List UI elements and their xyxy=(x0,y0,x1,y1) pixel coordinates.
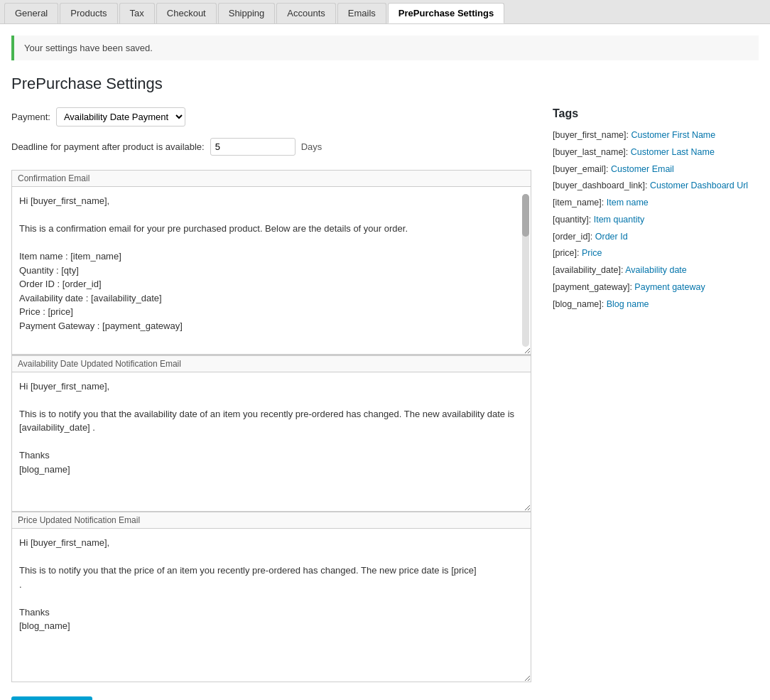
scrollbar-track xyxy=(522,194,529,347)
availability-email-section: Availability Date Updated Notification E… xyxy=(11,355,531,512)
tag-row: [buyer_email]: Customer Email xyxy=(553,163,759,176)
tag-value: Customer Last Name xyxy=(631,147,715,157)
tag-value: Customer Dashboard Url xyxy=(650,181,748,190)
tag-row: [blog_name]: Blog name xyxy=(553,298,759,311)
confirmation-email-section: Confirmation Email Hi [buyer_first_name]… xyxy=(11,170,531,355)
tag-row: [availability_date]: Availability date xyxy=(553,264,759,277)
tag-value: Availability date xyxy=(625,265,687,275)
deadline-row: Deadline for payment after product is av… xyxy=(11,138,531,156)
price-email-textarea[interactable]: Hi [buyer_first_name], This is to notify… xyxy=(12,529,531,682)
deadline-input[interactable] xyxy=(210,138,295,156)
tag-key: [availability_date]: xyxy=(553,265,625,275)
confirmation-email-wrap: Hi [buyer_first_name], This is a confirm… xyxy=(12,187,531,355)
payment-label: Payment: xyxy=(11,112,50,122)
tag-value: Blog name xyxy=(607,299,649,309)
scrollbar-thumb xyxy=(522,194,529,237)
days-label: Days xyxy=(301,141,322,152)
save-button[interactable]: Save changes xyxy=(11,696,92,700)
page-content: Your settings have been saved. PrePurcha… xyxy=(0,24,770,700)
tag-row: [buyer_dashboard_link]: Customer Dashboa… xyxy=(553,179,759,193)
tag-row: [buyer_first_name]: Customer First Name xyxy=(553,129,759,142)
tab-prepurchase-settings[interactable]: PrePurchase Settings xyxy=(388,3,504,23)
tag-key: [buyer_last_name]: xyxy=(553,147,631,157)
deadline-label: Deadline for payment after product is av… xyxy=(11,141,205,152)
tab-products[interactable]: Products xyxy=(60,3,117,23)
payment-row: Payment: Availability Date Payment xyxy=(11,107,531,126)
tag-value: Price xyxy=(582,248,602,258)
availability-email-label: Availability Date Updated Notification E… xyxy=(12,356,531,372)
tab-checkout[interactable]: Checkout xyxy=(156,3,217,23)
tag-key: [blog_name]: xyxy=(553,299,607,309)
tag-value: Order Id xyxy=(595,232,628,242)
tag-key: [quantity]: xyxy=(553,215,594,225)
tag-key: [order_id]: xyxy=(553,232,595,242)
tag-row: [buyer_last_name]: Customer Last Name xyxy=(553,146,759,159)
tag-row: [item_name]: Item name xyxy=(553,196,759,210)
tags-container: [buyer_first_name]: Customer First Name[… xyxy=(553,129,759,311)
page-title: PrePurchase Settings xyxy=(11,75,759,93)
price-email-section: Price Updated Notification Email Hi [buy… xyxy=(11,512,531,682)
tab-shipping[interactable]: Shipping xyxy=(218,3,276,23)
tag-value: Customer First Name xyxy=(631,130,715,140)
tag-row: [quantity]: Item quantity xyxy=(553,213,759,227)
availability-email-textarea[interactable]: Hi [buyer_first_name], This is to notify… xyxy=(12,372,531,512)
tab-bar: GeneralProductsTaxCheckoutShippingAccoun… xyxy=(0,0,770,24)
main-layout: Payment: Availability Date Payment Deadl… xyxy=(11,107,759,682)
tab-accounts[interactable]: Accounts xyxy=(276,3,335,23)
tag-value: Customer Email xyxy=(611,164,674,174)
tag-row: [payment_gateway]: Payment gateway xyxy=(553,281,759,294)
saved-notice: Your settings have been saved. xyxy=(11,36,759,60)
tag-key: [buyer_dashboard_link]: xyxy=(553,181,650,190)
tags-title: Tags xyxy=(553,107,759,120)
tag-row: [order_id]: Order Id xyxy=(553,230,759,244)
tag-value: Item quantity xyxy=(594,215,645,225)
tag-key: [price]: xyxy=(553,248,582,258)
confirmation-email-textarea[interactable]: Hi [buyer_first_name], This is a confirm… xyxy=(12,187,531,354)
confirmation-email-label: Confirmation Email xyxy=(12,171,531,187)
left-column: Payment: Availability Date Payment Deadl… xyxy=(11,107,531,682)
tab-emails[interactable]: Emails xyxy=(337,3,386,23)
tag-value: Payment gateway xyxy=(634,282,705,292)
saved-notice-text: Your settings have been saved. xyxy=(24,43,153,53)
tag-key: [item_name]: xyxy=(553,198,607,208)
tag-row: [price]: Price xyxy=(553,247,759,260)
tag-key: [buyer_email]: xyxy=(553,164,611,174)
tag-value: Item name xyxy=(607,198,649,208)
right-column: Tags [buyer_first_name]: Customer First … xyxy=(553,107,759,682)
price-email-label: Price Updated Notification Email xyxy=(12,512,531,529)
tab-general[interactable]: General xyxy=(4,3,58,23)
tab-tax[interactable]: Tax xyxy=(119,3,155,23)
payment-select[interactable]: Availability Date Payment xyxy=(56,107,185,126)
tag-key: [payment_gateway]: xyxy=(553,282,634,292)
tag-key: [buyer_first_name]: xyxy=(553,130,631,140)
